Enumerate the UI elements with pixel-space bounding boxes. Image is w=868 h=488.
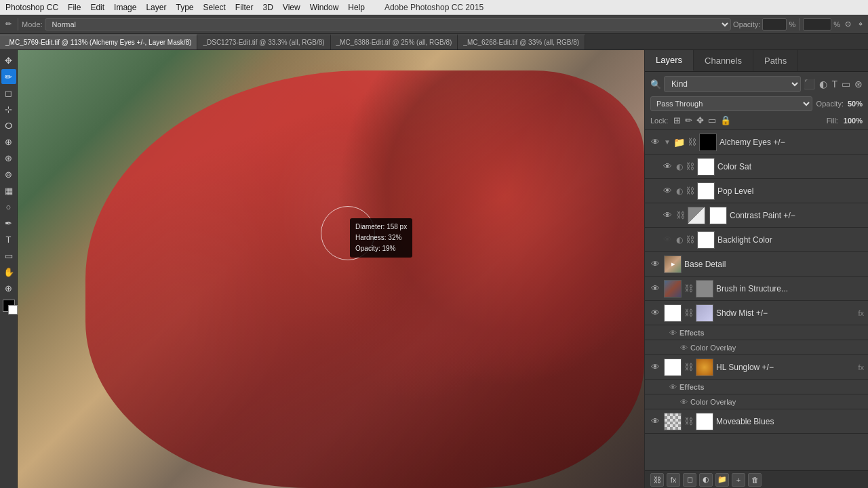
layer-item[interactable]: 👁 ⛓ Shdw Mist +/− fx xyxy=(645,301,868,325)
panel-tab-layers[interactable]: Layers xyxy=(645,50,694,71)
tab-0[interactable]: _MC_5769-Edit.tif @ 113% (Alchemy Eyes +… xyxy=(0,35,197,49)
visibility-eye[interactable]: 👁 xyxy=(661,161,673,171)
layer-item[interactable]: 👁 ⛓ HL Sunglow +/− fx xyxy=(645,355,868,380)
layer-name: Pop Level xyxy=(717,186,864,196)
panel-tab-channels[interactable]: Channels xyxy=(694,50,753,71)
layer-link-btn[interactable]: ⛓ xyxy=(650,473,664,487)
pressure-btn[interactable]: ⌖ xyxy=(856,18,865,30)
new-layer-btn[interactable]: + xyxy=(732,473,745,487)
tab-1[interactable]: _DSC1273-Edit.tif @ 33.3% (all, RGB/8) xyxy=(197,35,330,49)
effects-visibility-eye[interactable]: 👁 xyxy=(669,329,677,337)
smart-filter-icon[interactable]: ⊛ xyxy=(854,79,863,89)
layer-item[interactable]: 👁 ▶ Base Detail xyxy=(645,252,868,277)
panel-tab-paths[interactable]: Paths xyxy=(753,50,798,71)
zoom-tool[interactable]: ⊕ xyxy=(1,281,16,296)
dodge-tool[interactable]: ○ xyxy=(1,199,16,214)
chain-icon[interactable]: ⛓ xyxy=(684,283,693,293)
move-tool[interactable]: ✥ xyxy=(1,53,16,68)
adj-filter-icon[interactable]: ◐ xyxy=(819,79,827,89)
eraser-tool[interactable]: ◻ xyxy=(1,85,16,100)
hand-tool[interactable]: ✋ xyxy=(1,264,16,279)
chain-icon[interactable]: ⛓ xyxy=(684,362,693,372)
clone-tool[interactable]: ⊛ xyxy=(1,150,16,165)
opacity-value[interactable]: 50% xyxy=(848,100,863,108)
menu-item-select[interactable]: Select xyxy=(203,3,225,12)
chain-icon[interactable]: ⛓ xyxy=(684,416,693,426)
chain-icon[interactable]: ⛓ xyxy=(676,210,685,220)
lock-all-icon[interactable]: 🔒 xyxy=(720,115,731,125)
layer-item[interactable]: 👁 ⛓ Moveable Blues xyxy=(645,409,868,434)
toolbar-sep2 xyxy=(799,18,800,30)
visibility-eye[interactable]: 👁 xyxy=(649,416,661,426)
lock-position-icon[interactable]: ✥ xyxy=(696,115,704,125)
canvas-area[interactable]: Diameter: 158 px Hardness: 32% Opacity: … xyxy=(18,50,644,488)
visibility-eye[interactable]: 👁 xyxy=(649,308,661,318)
menu-item-edit[interactable]: Edit xyxy=(90,3,104,12)
effect-visibility-eye[interactable]: 👁 xyxy=(680,344,688,352)
quick-select[interactable]: ⊕ xyxy=(1,134,16,149)
effect-visibility-eye[interactable]: 👁 xyxy=(680,398,688,406)
gradient-tool[interactable]: ▦ xyxy=(1,183,16,198)
delete-layer-btn[interactable]: 🗑 xyxy=(748,473,762,487)
menu-item-window[interactable]: Window xyxy=(310,3,339,12)
menu-item-view[interactable]: View xyxy=(283,3,300,12)
chain-icon[interactable]: ⛓ xyxy=(684,308,693,318)
menu-item-image[interactable]: Image xyxy=(114,3,136,12)
crop-tool[interactable]: ⊹ xyxy=(1,102,16,117)
chain-icon[interactable]: ⛓ xyxy=(686,161,694,171)
layer-item[interactable]: 👁 ⛓ Contrast Paint +/− xyxy=(645,203,868,228)
lasso-tool[interactable]: ⵔ xyxy=(1,118,16,133)
menu-item-help[interactable]: Help xyxy=(348,3,365,12)
menu-item-file[interactable]: File xyxy=(68,3,81,12)
healing-tool[interactable]: ⊚ xyxy=(1,167,16,182)
menu-item-layer[interactable]: Layer xyxy=(146,3,166,12)
opacity-input-toolbar[interactable]: 100 xyxy=(762,18,787,30)
visibility-eye[interactable]: 👁 xyxy=(649,283,661,293)
type-tool[interactable]: T xyxy=(1,232,16,247)
effects-visibility-eye[interactable]: 👁 xyxy=(669,383,677,391)
lock-paint-icon[interactable]: ✏ xyxy=(685,115,692,125)
new-mask-btn[interactable]: ◻ xyxy=(683,473,696,487)
blend-mode-select[interactable]: Pass Through xyxy=(650,96,812,111)
brush-tool[interactable]: ✏ xyxy=(1,69,16,84)
background-color[interactable] xyxy=(8,305,18,314)
visibility-eye[interactable]: 👁 xyxy=(649,362,661,372)
layer-item[interactable]: 👁 ◐ ⛓ Color Sat xyxy=(645,155,868,179)
tool-brush[interactable]: ✏ xyxy=(3,18,14,30)
shape-filter-icon[interactable]: ▭ xyxy=(842,79,850,89)
brush-mode-select[interactable]: Normal xyxy=(45,18,732,30)
expand-arrow[interactable]: ▼ xyxy=(664,138,671,146)
layer-fx-btn[interactable]: fx xyxy=(667,473,680,487)
visibility-eye[interactable]: 👁 xyxy=(661,210,673,220)
layer-item[interactable]: 👁 ◐ ⛓ Backlight Color xyxy=(645,228,868,252)
menu-item-3d[interactable]: 3D xyxy=(263,3,273,12)
chain-icon[interactable]: ⛓ xyxy=(686,235,694,245)
layer-item[interactable]: 👁 ◐ ⛓ Pop Level xyxy=(645,179,868,203)
chain-icon[interactable]: ⛓ xyxy=(688,137,696,147)
foreground-color[interactable] xyxy=(3,300,15,312)
lock-artboard-icon[interactable]: ▭ xyxy=(708,115,716,125)
tab-2[interactable]: _MC_6388-Edit.tif @ 25% (all, RGB/8) xyxy=(331,35,458,49)
kind-filter-select[interactable]: Kind xyxy=(664,76,801,92)
pixel-filter-icon[interactable]: ⬛ xyxy=(804,79,815,89)
visibility-eye[interactable]: 👁 xyxy=(661,186,673,196)
menu-item-photoshop[interactable]: Photoshop CC xyxy=(5,3,58,12)
menu-item-filter[interactable]: Filter xyxy=(235,3,254,12)
flow-input[interactable]: 100 xyxy=(803,18,831,30)
menu-item-type[interactable]: Type xyxy=(176,3,193,12)
airbrush-btn[interactable]: ⊙ xyxy=(842,18,854,30)
visibility-eye[interactable]: 👁 xyxy=(661,235,673,245)
pen-tool[interactable]: ✒ xyxy=(1,216,16,230)
chain-icon[interactable]: ⛓ xyxy=(686,186,694,196)
type-filter-icon[interactable]: T xyxy=(831,79,837,89)
visibility-eye[interactable]: 👁 xyxy=(649,259,661,269)
visibility-eye[interactable]: 👁 xyxy=(649,137,661,147)
layer-item[interactable]: 👁 ▼ 📁 ⛓ Alchemy Eyes +/− xyxy=(645,130,868,155)
lock-pixels-icon[interactable]: ⊞ xyxy=(673,115,681,125)
tab-3[interactable]: _MC_6268-Edit.tif @ 33% (all, RGB/8) xyxy=(458,35,585,49)
new-group-btn[interactable]: 📁 xyxy=(715,473,729,487)
shape-tool[interactable]: ▭ xyxy=(1,248,16,263)
new-adj-btn[interactable]: ◐ xyxy=(699,473,713,487)
fill-value[interactable]: 100% xyxy=(844,117,863,125)
layer-item[interactable]: 👁 ⛓ Brush in Structure... xyxy=(645,277,868,301)
